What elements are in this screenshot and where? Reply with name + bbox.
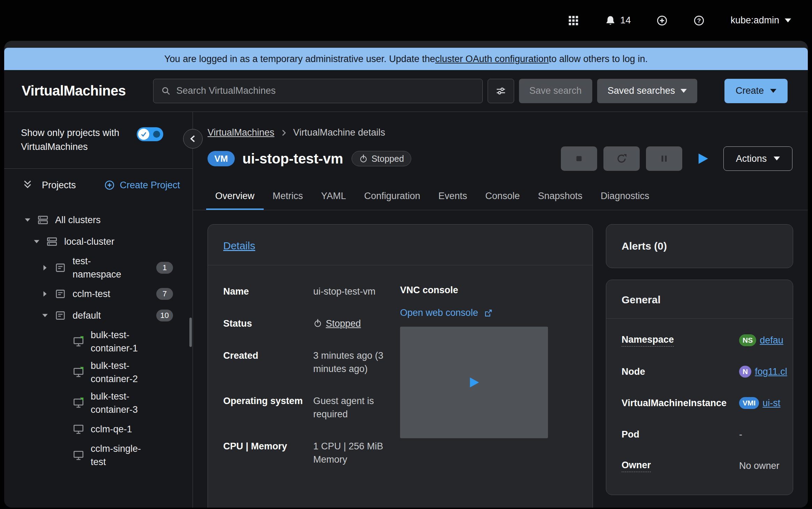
owner-value-text: No owner	[739, 461, 780, 471]
user-menu[interactable]: kube:admin	[730, 15, 791, 26]
detail-row-operating-system: Operating system Guest agent is required	[223, 394, 391, 421]
tree-item-bulk-test-container-2[interactable]: bulk-test-container-2	[4, 357, 193, 388]
banner-text-before: You are logged in as a temporary adminis…	[164, 54, 435, 64]
vm-count-badge: 1	[156, 262, 173, 274]
tab-console[interactable]: Console	[476, 183, 529, 210]
vm-status-badge[interactable]: Stopped	[352, 151, 411, 166]
app-launcher-button[interactable]	[568, 15, 579, 26]
tree-item-test-namespace[interactable]: test-namespace 1	[4, 252, 193, 283]
help-button[interactable]: ?	[693, 15, 705, 26]
pause-icon	[659, 153, 670, 164]
pod-label: Pod	[622, 429, 639, 440]
tree-item-label: cclm-qe-1	[91, 423, 132, 436]
breadcrumb-virtualmachines-link[interactable]: VirtualMachines	[208, 127, 275, 138]
svg-text:?: ?	[697, 17, 701, 24]
page-body: Show only projects with VirtualMachines …	[4, 112, 808, 508]
project-icon	[54, 288, 66, 300]
tab-configuration[interactable]: Configuration	[355, 183, 429, 210]
pause-vm-button[interactable]	[646, 146, 682, 171]
chevron-right-icon	[281, 129, 286, 136]
tree-item-label: bulk-test-container-1	[91, 328, 146, 355]
vm-running-icon	[73, 336, 84, 348]
open-web-console-link[interactable]: Open web console	[400, 307, 548, 318]
collapse-all-button[interactable]	[22, 179, 33, 191]
tree-item-label: local-cluster	[64, 235, 114, 248]
toggle-knob	[153, 131, 160, 138]
tab-yaml[interactable]: YAML	[312, 183, 355, 210]
projects-filter-label: Show only projects with VirtualMachines	[21, 126, 128, 168]
advanced-search-button[interactable]	[488, 79, 514, 103]
sidebar-collapse-button[interactable]	[183, 129, 203, 149]
details-heading-link[interactable]: Details	[223, 240, 255, 251]
tab-snapshots[interactable]: Snapshots	[529, 183, 592, 210]
owner-value: No owner	[739, 461, 793, 471]
tree-item-cclm-qe-1[interactable]: cclm-qe-1	[4, 418, 193, 440]
node-resource-badge: N	[739, 366, 751, 378]
vm-tabs: Overview Metrics YAML Configuration Even…	[193, 183, 808, 210]
tree-item-cclm-single-test[interactable]: cclm-single-test	[4, 440, 193, 471]
tree-item-label: bulk-test-container-3	[91, 390, 146, 416]
cluster-icon	[46, 236, 58, 248]
general-rows: Namespace NS defau Node N fog1	[606, 319, 793, 476]
save-search-button[interactable]: Save search	[519, 79, 592, 103]
vm-icon	[73, 423, 84, 435]
vm-icon	[73, 449, 84, 461]
general-row-namespace: Namespace NS defau	[622, 331, 793, 350]
tree-item-bulk-test-container-1[interactable]: bulk-test-container-1	[4, 326, 193, 357]
vmi-link[interactable]: ui-st	[762, 398, 780, 409]
tree-item-bulk-test-container-3[interactable]: bulk-test-container-3	[4, 388, 193, 418]
plus-circle-icon	[656, 15, 668, 26]
general-title: General	[622, 294, 661, 305]
create-label: Create	[736, 85, 764, 96]
detail-label: Operating system	[223, 394, 313, 421]
tab-diagnostics[interactable]: Diagnostics	[592, 183, 659, 210]
tree-item-label: cclm-single-test	[91, 442, 146, 469]
tree-item-all-clusters[interactable]: All clusters	[4, 209, 193, 231]
projects-filter-toggle[interactable]	[137, 127, 163, 141]
details-description-list: Name ui-stop-test-vm Status Stopped	[223, 285, 391, 485]
detail-value: 1 CPU | 256 MiB Memory	[313, 440, 391, 466]
quick-create-button[interactable]	[656, 15, 668, 26]
toggle-check-icon	[138, 129, 149, 140]
saved-searches-label: Saved searches	[608, 85, 675, 96]
vm-running-icon	[73, 366, 84, 378]
general-card: General Namespace NS defau	[606, 280, 793, 495]
detail-value: Guest agent is required	[313, 394, 391, 421]
stopped-status-icon	[359, 154, 368, 163]
tree-item-cclm-test[interactable]: cclm-test 7	[4, 283, 193, 305]
namespace-link[interactable]: defau	[760, 335, 783, 346]
projects-sidebar: Show only projects with VirtualMachines …	[4, 112, 193, 508]
vm-action-buttons: Actions	[561, 146, 792, 171]
create-button[interactable]: Create	[724, 79, 788, 103]
stop-vm-button[interactable]	[561, 146, 597, 171]
vnc-console-preview[interactable]	[400, 327, 548, 438]
banner-text-after: to allow others to log in.	[549, 54, 648, 64]
oauth-configuration-link[interactable]: cluster OAuth configuration	[435, 54, 549, 64]
saved-searches-dropdown[interactable]: Saved searches	[597, 79, 698, 103]
notifications-button[interactable]: 14	[605, 15, 631, 26]
projects-filter-section: Show only projects with VirtualMachines	[4, 112, 193, 168]
start-vm-button[interactable]	[691, 146, 715, 171]
tab-metrics[interactable]: Metrics	[264, 183, 312, 210]
open-web-console-label: Open web console	[400, 307, 478, 318]
status-stopped-link[interactable]: Stopped	[326, 317, 361, 330]
tree-item-label: All clusters	[55, 213, 101, 227]
bell-icon	[605, 15, 616, 26]
tab-overview[interactable]: Overview	[206, 183, 264, 210]
page-title: VirtualMachines	[22, 83, 126, 99]
sidebar-scrollbar[interactable]	[189, 318, 192, 347]
actions-label: Actions	[736, 153, 767, 164]
angle-double-down-icon	[22, 179, 33, 190]
tab-events[interactable]: Events	[429, 183, 476, 210]
grid-icon	[568, 15, 579, 26]
vnc-console-section: VNC console Open web console	[400, 285, 548, 485]
tree-item-default[interactable]: default 10	[4, 305, 193, 326]
create-project-link[interactable]: Create Project	[104, 180, 180, 191]
actions-dropdown[interactable]: Actions	[723, 146, 792, 171]
node-link[interactable]: fog11.cl	[755, 366, 787, 377]
tree-item-local-cluster[interactable]: local-cluster	[4, 231, 193, 252]
restart-vm-button[interactable]	[603, 146, 640, 171]
caret-down-icon	[41, 312, 49, 319]
search-input[interactable]	[176, 85, 475, 96]
notification-count: 14	[620, 15, 631, 26]
